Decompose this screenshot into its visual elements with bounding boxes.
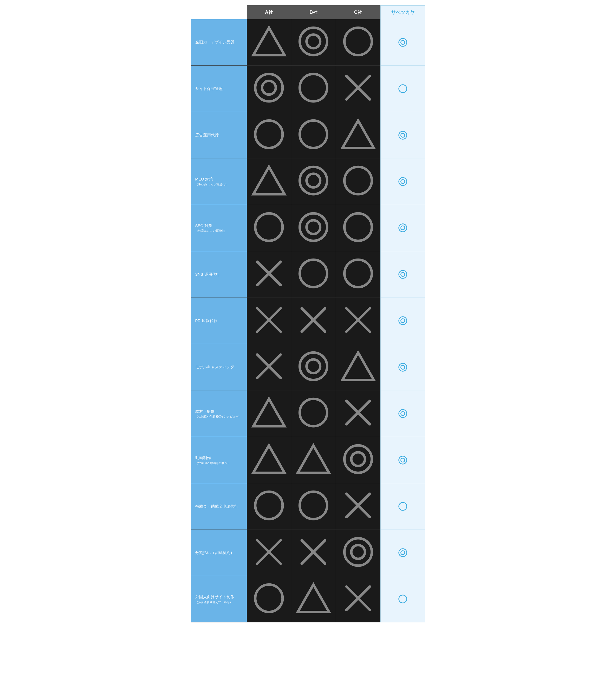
svg-point-59 bbox=[351, 452, 365, 466]
row-main-label: PR 広報代行 bbox=[195, 318, 217, 323]
row-1-company-b bbox=[291, 65, 336, 112]
row-0-sabetsu bbox=[380, 19, 425, 65]
svg-point-51 bbox=[300, 399, 327, 426]
row-7-company-a bbox=[247, 344, 291, 391]
svg-point-46 bbox=[307, 360, 320, 373]
row-main-label: SEO 対策 bbox=[195, 223, 212, 228]
table-row: 取材・撮影（社員様や代表者様インタビュー） bbox=[191, 391, 425, 437]
svg-point-74 bbox=[401, 551, 405, 555]
row-label-7: モデルキャスティング bbox=[191, 344, 247, 391]
row-3-company-b bbox=[291, 158, 336, 205]
svg-point-16 bbox=[401, 133, 405, 137]
header-sabetsu: サベツカヤ bbox=[380, 5, 425, 19]
row-0-company-a bbox=[247, 19, 291, 65]
row-label-2: 広告運用代行 bbox=[191, 112, 247, 158]
row-sub-label: （社員様や代表者様インタビュー） bbox=[195, 414, 243, 419]
svg-marker-56 bbox=[253, 445, 285, 473]
row-9-company-a bbox=[247, 437, 291, 483]
row-label-3: MEO 対策（Google マップ最適化） bbox=[191, 158, 247, 205]
row-11-company-c bbox=[336, 530, 380, 576]
svg-point-49 bbox=[401, 365, 405, 369]
row-10-sabetsu bbox=[380, 483, 425, 529]
header-company-a: A社 bbox=[247, 5, 291, 19]
row-2-company-c bbox=[336, 112, 380, 158]
row-main-label: 企画力・デザイン品質 bbox=[195, 40, 234, 44]
svg-marker-50 bbox=[253, 399, 285, 426]
row-7-sabetsu bbox=[380, 344, 425, 391]
svg-point-1 bbox=[300, 28, 327, 55]
header-empty-cell bbox=[191, 5, 247, 19]
row-3-sabetsu bbox=[380, 158, 425, 205]
svg-point-3 bbox=[344, 28, 372, 55]
row-main-label: 取材・撮影 bbox=[195, 409, 215, 413]
comparison-table: A社 B社 C社 サベツカヤ 企画力・デザイン品質 サイト保守管理 広告運用代行 bbox=[191, 5, 425, 622]
svg-marker-76 bbox=[298, 585, 329, 612]
svg-point-54 bbox=[399, 410, 407, 418]
row-5-company-b bbox=[291, 251, 336, 298]
row-main-label: MEO 対策 bbox=[195, 177, 213, 181]
svg-point-48 bbox=[399, 363, 407, 371]
row-main-label: サイト保守管理 bbox=[195, 86, 223, 91]
row-10-company-a bbox=[247, 483, 291, 529]
row-main-label: 外国人向けサイト制作 bbox=[195, 595, 234, 599]
row-11-company-b bbox=[291, 530, 336, 576]
row-8-company-b bbox=[291, 391, 336, 437]
row-label-11: 分割払い（割賦契約） bbox=[191, 530, 247, 576]
table-row: 補助金・助成金申請代行 bbox=[191, 483, 425, 529]
svg-point-75 bbox=[255, 585, 282, 612]
svg-point-13 bbox=[300, 121, 327, 148]
table-row: SNS 運用代行 bbox=[191, 251, 425, 298]
svg-point-34 bbox=[401, 272, 405, 276]
svg-point-6 bbox=[255, 74, 282, 101]
table-row: SEO 対策（検索エンジン最適化） bbox=[191, 205, 425, 251]
row-12-sabetsu bbox=[380, 576, 425, 622]
table-row: PR 広報代行 bbox=[191, 298, 425, 344]
svg-point-25 bbox=[307, 220, 320, 234]
svg-point-28 bbox=[401, 226, 405, 230]
svg-marker-0 bbox=[253, 28, 285, 55]
row-7-company-c bbox=[336, 344, 380, 391]
row-label-0: 企画力・デザイン品質 bbox=[191, 19, 247, 65]
row-1-company-a bbox=[247, 65, 291, 112]
header-company-b: B社 bbox=[291, 5, 336, 19]
row-8-company-a bbox=[247, 391, 291, 437]
svg-point-19 bbox=[307, 174, 320, 188]
row-6-company-a bbox=[247, 298, 291, 344]
row-label-1: サイト保守管理 bbox=[191, 65, 247, 112]
svg-marker-17 bbox=[253, 167, 285, 194]
svg-point-60 bbox=[399, 456, 407, 464]
row-12-company-a bbox=[247, 576, 291, 622]
svg-point-21 bbox=[399, 178, 407, 186]
row-4-sabetsu bbox=[380, 205, 425, 251]
row-1-company-c bbox=[336, 65, 380, 112]
row-8-sabetsu bbox=[380, 391, 425, 437]
header-company-c: C社 bbox=[336, 5, 380, 19]
svg-point-26 bbox=[344, 213, 372, 241]
table-row: 外国人向けサイト制作（多言語切り替えツール等） bbox=[191, 576, 425, 622]
table-row: 分割払い（割賦契約） bbox=[191, 530, 425, 576]
table-row: モデルキャスティング bbox=[191, 344, 425, 391]
svg-point-55 bbox=[401, 411, 405, 415]
table-row: 企画力・デザイン品質 bbox=[191, 19, 425, 65]
row-2-company-a bbox=[247, 112, 291, 158]
row-main-label: 動画制作 bbox=[195, 455, 211, 460]
row-2-company-b bbox=[291, 112, 336, 158]
row-10-company-b bbox=[291, 483, 336, 529]
row-label-6: PR 広報代行 bbox=[191, 298, 247, 344]
row-label-10: 補助金・助成金申請代行 bbox=[191, 483, 247, 529]
svg-point-18 bbox=[300, 167, 327, 194]
row-11-sabetsu bbox=[380, 530, 425, 576]
row-6-company-c bbox=[336, 298, 380, 344]
row-4-company-b bbox=[291, 205, 336, 251]
svg-point-5 bbox=[401, 40, 405, 44]
svg-point-72 bbox=[351, 545, 365, 559]
row-main-label: モデルキャスティング bbox=[195, 365, 234, 369]
row-3-company-a bbox=[247, 158, 291, 205]
row-6-sabetsu bbox=[380, 298, 425, 344]
row-label-4: SEO 対策（検索エンジン最適化） bbox=[191, 205, 247, 251]
svg-point-15 bbox=[399, 131, 407, 139]
svg-point-2 bbox=[307, 35, 320, 48]
row-main-label: SNS 運用代行 bbox=[195, 272, 220, 276]
svg-point-4 bbox=[399, 38, 407, 46]
svg-point-20 bbox=[344, 167, 372, 194]
